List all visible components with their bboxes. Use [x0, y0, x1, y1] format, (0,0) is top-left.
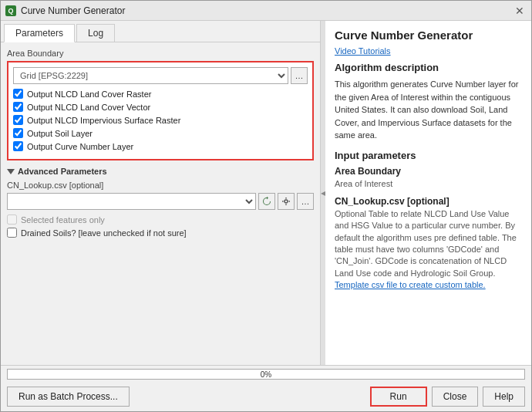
tab-bar: Parameters Log [1, 21, 320, 42]
template-csv-link[interactable]: Template csv file to create custom table… [335, 280, 486, 289]
parameters-content: Area Boundary Grid [EPSG:2229] … Output … [1, 42, 320, 365]
svg-point-0 [285, 200, 288, 203]
algorithm-description-text: This algorithm generates Curve Number la… [335, 78, 522, 142]
checkbox-curve-number-label: Output Curve Number Layer [27, 142, 133, 151]
progress-bar: 0% [7, 369, 525, 380]
area-boundary-label: Area Boundary [7, 49, 314, 58]
content-area: Parameters Log Area Boundary Grid [EPSG:… [1, 21, 531, 365]
cn-lookup-select[interactable] [7, 193, 256, 210]
checkbox-soil-layer-input[interactable] [13, 128, 23, 138]
grid-select[interactable]: Grid [EPSG:2229] [13, 67, 288, 84]
param-area-boundary-name: Area Boundary [335, 166, 522, 177]
help-button[interactable]: Help [483, 387, 525, 407]
cn-lookup-browse-button[interactable]: … [297, 193, 314, 210]
close-window-button[interactable]: ✕ [513, 4, 527, 18]
progress-label: 0% [8, 370, 524, 380]
checkbox-nlcd-vector-input[interactable] [13, 102, 23, 112]
param-cn-lookup-name: CN_Lookup.csv [optional] [335, 196, 522, 207]
drained-soils-checkbox[interactable] [7, 228, 17, 238]
param-area-boundary-desc: Area of Interest [335, 178, 522, 190]
window-title: Curve Number Generator [21, 5, 125, 16]
area-boundary-group: Grid [EPSG:2229] … Output NLCD Land Cove… [7, 61, 314, 160]
advanced-header[interactable]: Advanced Parameters [7, 167, 314, 176]
drained-soils-row: Drained Soils? [leave unchecked if not s… [7, 228, 314, 238]
input-parameters-title: Input parameters [335, 150, 522, 161]
main-window: Q Curve Number Generator ✕ Parameters Lo… [0, 0, 532, 412]
right-panel: Curve Number Generator Video Tutorials A… [325, 21, 531, 365]
selected-features-label: Selected features only [21, 215, 105, 225]
checkbox-nlcd-impervious-input[interactable] [13, 115, 23, 125]
checkbox-soil-layer-label: Output Soil Layer [27, 129, 93, 138]
cn-lookup-refresh-button[interactable] [258, 193, 275, 210]
tab-log[interactable]: Log [76, 24, 115, 42]
left-panel: Parameters Log Area Boundary Grid [EPSG:… [1, 21, 321, 365]
video-tutorials-link[interactable]: Video Tutorials [335, 46, 522, 56]
checkbox-nlcd-vector: Output NLCD Land Cover Vector [13, 102, 308, 112]
drained-soils-label: Drained Soils? [leave unchecked if not s… [21, 228, 187, 238]
cn-lookup-config-button[interactable] [278, 193, 295, 210]
checkbox-soil-layer: Output Soil Layer [13, 128, 308, 138]
checkbox-nlcd-vector-label: Output NLCD Land Cover Vector [27, 103, 150, 112]
cn-lookup-row: … [7, 193, 314, 210]
bottom-bar: 0% Run as Batch Process... Run Close Hel… [1, 365, 531, 411]
checkbox-nlcd-raster-label: Output NLCD Land Cover Raster [27, 89, 151, 99]
close-button[interactable]: Close [432, 387, 479, 407]
run-button[interactable]: Run [370, 387, 427, 407]
checkbox-nlcd-impervious-label: Output NLCD Impervious Surface Raster [27, 116, 180, 125]
title-bar: Q Curve Number Generator ✕ [1, 1, 531, 21]
right-buttons-group: Run Close Help [370, 387, 525, 407]
grid-browse-button[interactable]: … [291, 67, 308, 84]
checkbox-nlcd-impervious: Output NLCD Impervious Surface Raster [13, 115, 308, 125]
advanced-label: Advanced Parameters [18, 167, 107, 176]
grid-dropdown-row: Grid [EPSG:2229] … [13, 67, 308, 84]
algorithm-description-title: Algorithm description [335, 62, 522, 73]
selected-features-checkbox[interactable] [7, 214, 17, 225]
progress-row: 0% [1, 366, 531, 383]
collapse-icon [7, 169, 15, 174]
checkbox-nlcd-raster-input[interactable] [13, 89, 23, 99]
checkbox-nlcd-raster: Output NLCD Land Cover Raster [13, 89, 308, 99]
batch-process-button[interactable]: Run as Batch Process... [7, 387, 130, 407]
action-buttons-row: Run as Batch Process... Run Close Help [1, 383, 531, 411]
tab-parameters[interactable]: Parameters [4, 24, 75, 42]
right-panel-title: Curve Number Generator [335, 29, 522, 42]
selected-features-row: Selected features only [7, 214, 314, 225]
cn-lookup-label: CN_Lookup.csv [optional] [7, 181, 314, 190]
checkbox-curve-number-input[interactable] [13, 141, 23, 151]
param-cn-lookup-desc: Optional Table to relate NLCD Land Use V… [335, 208, 522, 292]
checkbox-curve-number: Output Curve Number Layer [13, 141, 308, 151]
app-icon: Q [5, 5, 16, 16]
